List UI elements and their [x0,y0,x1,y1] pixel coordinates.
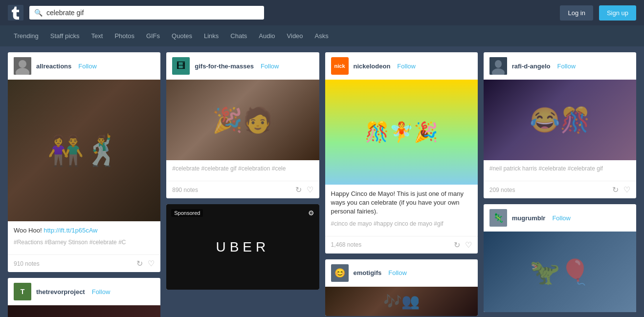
image-emotigifs: 🎶👥 [325,287,478,316]
reblog-allreactions[interactable]: ↻ [136,259,143,268]
footer-allreactions: 910 notes ↻ ♡ [8,254,160,272]
tumblr-logo[interactable] [8,5,23,21]
nav-audio[interactable]: Audio [253,25,281,46]
search-box: 🔍 [29,6,264,20]
nav-links[interactable]: Links [198,25,224,46]
uber-logo: UBER [216,239,269,255]
column-2: 🎞 gifs-for-the-masses Follow 🎉🧑 #celebra… [166,52,319,290]
image-rafi: 😂🎊 [484,80,636,160]
link-allreactions[interactable]: http://ift.tt/1p65cAw [44,227,97,234]
avatar-gifs: 🎞 [172,57,190,75]
nav-chats[interactable]: Chats [224,25,253,46]
nav-video[interactable]: Video [281,25,309,46]
notes-rafi: 209 notes [489,187,612,193]
card-header-gifs: 🎞 gifs-for-the-masses Follow [166,52,319,80]
nav-asks[interactable]: Asks [309,25,334,46]
username-allreactions[interactable]: allreactions [36,63,71,70]
avatar-allreactions [14,57,31,75]
card-header-allreactions: allreactions Follow [8,52,160,80]
svg-point-4 [495,60,502,68]
body-rafi: #neil patrick harris #celebrate #celebra… [484,160,636,181]
follow-allreactions[interactable]: Follow [78,63,97,70]
tags-allreactions: #Reactions #Barney Stinson #celebrate #C [14,239,155,246]
image-allreactions: 👫🕺 [8,80,160,221]
login-button[interactable]: Log in [560,5,593,21]
card-thetrevorproject: T thetrevorproject Follow [8,278,160,317]
reblog-nickelodeon[interactable]: ↻ [454,240,460,250]
notes-allreactions: 910 notes [14,260,136,267]
nav-text[interactable]: Text [86,25,109,46]
image-thetrevor [8,305,160,317]
notes-gifs: 890 notes [172,187,295,193]
nav-quotes[interactable]: Quotes [166,25,198,46]
username-nickelodeon[interactable]: nickelodeon [354,63,391,70]
card-mugrumblr: 🦎 mugrumblr Follow 🦖🎈 [484,204,636,312]
sponsored-badge: Sponsored [171,209,203,217]
nav-gifs[interactable]: GIFs [140,25,166,46]
avatar-rafi [489,57,507,75]
body-nickelodeon: Happy Cinco de Mayo! This is just one of… [325,185,478,236]
image-gifs: 🎉🧑 [166,80,319,160]
image-nickelodeon: 🎊🧚🎉 [325,80,478,185]
image-sponsored: Sponsored ⚙ UBER [166,204,319,290]
image-mugrumblr: 🦖🎈 [484,232,636,312]
avatar-nickelodeon: nick [331,57,349,75]
like-gifs[interactable]: ♡ [307,185,313,194]
follow-mugrumblr[interactable]: Follow [552,214,571,222]
card-header-mugrumblr: 🦎 mugrumblr Follow [484,204,636,232]
username-gifs[interactable]: gifs-for-the-masses [195,63,254,70]
card-allreactions: allreactions Follow 👫🕺 Woo Hoo! http://i… [8,52,160,272]
main-nav: Trending Staff picks Text Photos GIFs Qu… [0,25,644,46]
avatar-emotigifs: 😊 [331,264,349,282]
follow-nickelodeon[interactable]: Follow [397,63,416,70]
svg-point-1 [19,60,26,68]
search-icon: 🔍 [34,9,43,17]
follow-thetrevor[interactable]: Follow [92,288,111,296]
nav-staff-picks[interactable]: Staff picks [44,25,86,46]
actions-nickelodeon: ↻ ♡ [454,240,472,250]
footer-nickelodeon: 1,468 notes ↻ ♡ [325,236,478,254]
like-allreactions[interactable]: ♡ [148,259,155,268]
card-sponsored: Sponsored ⚙ UBER [166,204,319,290]
username-thetrevor[interactable]: thetrevorproject [36,288,85,296]
tags-nickelodeon: #cinco de mayo #happy cinco de mayo #gif [331,220,472,227]
footer-gifs: 890 notes ↻ ♡ [166,181,319,198]
card-header-emotigifs: 😊 emotigifs Follow [325,259,478,287]
column-4: rafi-d-angelo Follow 😂🎊 #neil patrick ha… [484,52,636,312]
tags-rafi: #neil patrick harris #celebrate #celebra… [489,165,630,172]
follow-emotigifs[interactable]: Follow [388,269,407,276]
reblog-rafi[interactable]: ↻ [612,185,619,194]
like-rafi[interactable]: ♡ [623,185,630,194]
card-emotigifs: 😊 emotigifs Follow 🎶👥 [325,259,478,316]
signup-button[interactable]: Sign up [599,5,636,21]
card-header-rafi: rafi-d-angelo Follow [484,52,636,80]
column-3: nick nickelodeon Follow 🎊🧚🎉 Happy Cinco … [325,52,478,316]
nav-photos[interactable]: Photos [109,25,140,46]
card-gifs: 🎞 gifs-for-the-masses Follow 🎉🧑 #celebra… [166,52,319,198]
text-allreactions: Woo Hoo! http://ift.tt/1p65cAw [14,226,155,235]
text-nickelodeon: Happy Cinco de Mayo! This is just one of… [331,190,472,216]
username-mugrumblr[interactable]: mugrumblr [512,214,546,222]
body-gifs: #celebrate #celebrate gif #celebration #… [166,160,319,181]
sponsored-settings-icon[interactable]: ⚙ [308,209,314,217]
body-allreactions: Woo Hoo! http://ift.tt/1p65cAw #Reaction… [8,221,160,254]
actions-gifs: ↻ ♡ [295,185,313,194]
card-nickelodeon: nick nickelodeon Follow 🎊🧚🎉 Happy Cinco … [325,52,478,254]
follow-gifs[interactable]: Follow [261,63,279,70]
follow-rafi[interactable]: Follow [557,63,576,70]
actions-allreactions: ↻ ♡ [136,259,155,268]
footer-rafi: 209 notes ↻ ♡ [484,181,636,198]
nav-trending[interactable]: Trending [8,25,44,46]
username-emotigifs[interactable]: emotigifs [354,269,382,276]
notes-nickelodeon: 1,468 notes [331,241,454,248]
card-header-nickelodeon: nick nickelodeon Follow [325,52,478,80]
username-rafi[interactable]: rafi-d-angelo [512,63,551,70]
card-header-thetrevor: T thetrevorproject Follow [8,278,160,305]
search-input[interactable] [46,9,259,17]
card-rafi: rafi-d-angelo Follow 😂🎊 #neil patrick ha… [484,52,636,198]
tags-gifs: #celebrate #celebrate gif #celebration #… [172,165,313,172]
like-nickelodeon[interactable]: ♡ [465,240,472,250]
reblog-gifs[interactable]: ↻ [295,185,302,194]
actions-rafi: ↻ ♡ [612,185,630,194]
column-1: allreactions Follow 👫🕺 Woo Hoo! http://i… [8,52,160,317]
